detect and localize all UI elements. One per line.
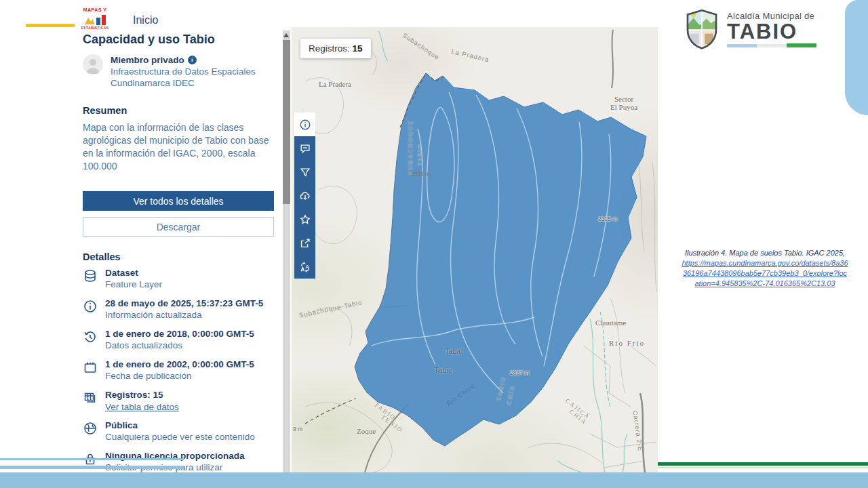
filter-tool-button[interactable]	[294, 160, 315, 184]
translate-icon: A	[299, 261, 311, 273]
caption-text: Ilustración 4. Mapa de suelos Tabio. IGA…	[685, 249, 845, 257]
detail-row-license: Ninguna licencia proporcionada Solicitar…	[83, 450, 274, 473]
table-icon	[83, 390, 98, 405]
detail-title: 28 de mayo de 2025, 15:37:23 GMT-5	[105, 298, 263, 309]
summary-heading: Resumen	[83, 105, 274, 116]
tabio-shield-icon	[684, 8, 720, 50]
detail-row-dataset: Dataset Feature Layer	[83, 267, 274, 290]
map-labels-layer: SubachoqueLa PraderaLa PraderaSector El …	[292, 27, 658, 473]
map-label: TENJO	[380, 413, 404, 434]
comment-icon	[299, 142, 311, 155]
owner-org-line2[interactable]: Cundinamarca IDEC	[111, 77, 256, 89]
view-details-button[interactable]: Ver todos los detalles	[83, 191, 274, 211]
scrollbar-thumb[interactable]	[283, 40, 290, 204]
share-icon	[299, 237, 311, 249]
figure-caption: Ilustración 4. Mapa de suelos Tabio. IGA…	[681, 248, 849, 289]
history-icon	[83, 329, 98, 344]
map-label: Río Frío	[609, 339, 645, 347]
map-label: La Pradera	[451, 47, 490, 64]
detail-row-info-updated: 28 de mayo de 2025, 15:37:23 GMT-5 Infor…	[83, 298, 274, 321]
detail-subtitle: Cualquiera puede ver este contenido	[105, 431, 255, 443]
translate-tool-button[interactable]: A	[294, 255, 315, 279]
detail-title: Registros: 15	[105, 389, 179, 401]
map-label: 2867 m	[510, 369, 529, 376]
owner-info-icon[interactable]: i	[188, 56, 197, 64]
nav-inicio[interactable]: Inicio	[133, 14, 158, 26]
detail-row-records: Registros: 15 Ver tabla de datos	[83, 389, 274, 412]
favorite-tool-button[interactable]	[294, 207, 315, 231]
cloud-download-icon	[299, 190, 311, 202]
map-label: Sector El Puyoa	[610, 95, 637, 111]
share-tool-button[interactable]	[294, 231, 315, 255]
logo-title: TABIO	[727, 21, 816, 43]
detail-title: 1 de enero de 2002, 0:00:00 GMT-5	[105, 359, 254, 370]
bottom-blue-line-bottom	[0, 466, 184, 469]
map-label: Río Chicú	[445, 382, 476, 407]
database-icon	[83, 268, 98, 283]
detail-subtitle: Datos actualizados	[105, 340, 254, 351]
filter-icon	[299, 166, 311, 178]
dataset-side-panel: Capacidad y uso Tabio Miembro privado i …	[83, 33, 274, 481]
view-data-table-link[interactable]: Ver tabla de datos	[105, 402, 179, 412]
owner-block: Miembro privado i Infraestructura de Dat…	[83, 54, 274, 89]
detail-subtitle: Fecha de publicación	[105, 370, 254, 382]
detail-title: Dataset	[105, 267, 162, 279]
download-button[interactable]: Descargar	[83, 217, 274, 237]
panel-scrollbar[interactable]	[283, 30, 290, 473]
map-label: Tabio	[445, 347, 462, 355]
detail-row-data-updated: 1 de enero de 2018, 0:00:00 GMT-5 Datos …	[83, 328, 274, 351]
corner-decoration	[845, 0, 868, 115]
calendar-icon	[83, 360, 98, 375]
owner-name: Miembro privado	[111, 54, 184, 66]
map-label: Subachoque	[401, 31, 441, 62]
person-icon	[83, 54, 103, 75]
star-icon	[299, 214, 311, 226]
mapas-estadisticas-logo: MAPAS Y ESTADÍSTICAS	[77, 7, 113, 30]
map-label: 2125 m	[598, 216, 617, 222]
avatar	[83, 54, 103, 75]
comment-tool-button[interactable]	[294, 136, 315, 160]
alcaldia-tabio-logo: Alcaldía Municipal de TABIO	[684, 8, 840, 50]
detail-subtitle: Feature Layer	[105, 279, 162, 290]
map-label: CHÍA	[568, 408, 589, 426]
map-label: TABIO	[495, 375, 507, 401]
globe-icon	[83, 421, 98, 436]
bottom-blue-line-top	[0, 458, 184, 460]
red-bar-icon	[102, 15, 106, 25]
map-label: Carrera 2-E	[631, 410, 644, 452]
svg-text:A: A	[305, 264, 309, 270]
brand-top-text: MAPAS Y	[77, 7, 113, 13]
map-label: SUBACHOQUE	[407, 119, 414, 175]
map-label: 3334 m	[411, 171, 430, 178]
owner-org-line1[interactable]: Infraestructura de Datos Espaciales	[111, 66, 256, 77]
summary-text: Mapa con la información de las clases ag…	[83, 121, 274, 173]
slide: MAPAS Y ESTADÍSTICAS Inicio Capacidad y …	[0, 0, 868, 488]
records-badge-value: 15	[353, 43, 363, 54]
detail-title: 1 de enero de 2018, 0:00:00 GMT-5	[105, 328, 254, 340]
map-label: Subachoque-Tabio	[298, 298, 363, 319]
map-label: TABIO	[373, 401, 397, 422]
map-label: La Pradera	[319, 80, 351, 88]
map-label: Chuntame	[595, 319, 626, 327]
detail-title: Pública	[105, 420, 255, 431]
brand-bottom-text: ESTADÍSTICAS	[77, 26, 113, 30]
map-canvas[interactable]: SubachoqueLa PraderaLa PraderaSector El …	[292, 27, 658, 473]
details-heading: Detalles	[83, 251, 274, 262]
scroll-up-arrow-icon[interactable]	[283, 33, 289, 37]
detail-row-public: Pública Cualquiera puede ver este conten…	[83, 420, 274, 443]
map-label: TABIO	[417, 143, 423, 166]
page-title: Capacidad y uso Tabio	[83, 33, 274, 46]
caption-link[interactable]: https://mapas.cundinamarca.gov.co/datase…	[682, 259, 848, 287]
records-badge: Registros: 15	[300, 39, 371, 58]
info-tool-button[interactable]	[294, 113, 315, 136]
map-label: 9 m	[293, 426, 302, 432]
map-label: Zoque	[357, 427, 376, 435]
download-tool-button[interactable]	[294, 184, 315, 207]
map-label: Tabio	[434, 366, 453, 374]
info-icon	[83, 299, 98, 314]
info-icon	[299, 119, 311, 131]
detail-subtitle: Información actualizada	[105, 309, 263, 321]
mountain-icon	[84, 16, 95, 25]
bottom-light-green-line	[658, 467, 868, 468]
map-toolbar: A	[294, 113, 315, 279]
